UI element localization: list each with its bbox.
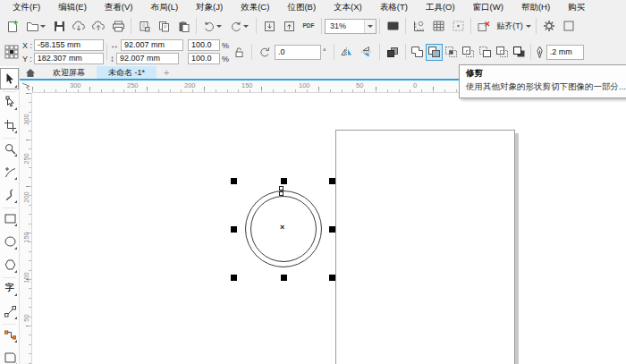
tool-ellipse[interactable] — [2, 233, 18, 250]
menu-edit[interactable]: 编辑(E) — [49, 0, 96, 14]
tool-pick[interactable] — [0, 68, 19, 89]
trim-icon — [427, 46, 441, 58]
toolbar-separator — [256, 18, 257, 34]
open-button[interactable] — [22, 16, 49, 36]
zoom-level-combo[interactable]: 31% — [325, 19, 376, 34]
zoom-tool-icon — [4, 143, 16, 155]
tool-artistic-media[interactable] — [2, 186, 18, 204]
selection-handle-top-center[interactable] — [281, 178, 287, 184]
new-tab-button[interactable]: + — [156, 66, 176, 79]
tool-rectangle[interactable] — [2, 209, 18, 227]
menu-object[interactable]: 对象(J) — [187, 0, 232, 14]
selection-handle-top-left[interactable] — [231, 178, 237, 184]
save-button[interactable] — [49, 16, 69, 36]
simplify-button[interactable] — [460, 44, 477, 61]
back-minus-front-button[interactable] — [494, 44, 511, 61]
cut-button[interactable] — [134, 16, 154, 36]
menu-effects[interactable]: 效果(C) — [232, 0, 278, 14]
show-rulers-button[interactable] — [409, 16, 428, 36]
import-icon — [264, 21, 275, 32]
export-button[interactable] — [279, 16, 299, 36]
object-height-input[interactable]: 92.007 mm — [116, 53, 179, 64]
tool-text[interactable]: 字 — [2, 279, 18, 297]
tooltip-description: 使用其他对象的形状剪切下图像的一部分... — [466, 81, 626, 93]
selection-handle-bottom-right[interactable] — [329, 275, 335, 281]
menu-layout[interactable]: 布局(L) — [141, 0, 187, 14]
tool-dimension[interactable] — [2, 302, 18, 320]
menu-buy[interactable]: 购买 — [559, 0, 594, 14]
scale-horizontal-input[interactable]: 100.0 — [188, 39, 220, 51]
menu-window[interactable]: 窗口(W) — [464, 0, 512, 14]
chevron-down-icon — [368, 25, 373, 28]
menu-view[interactable]: 查看(V) — [96, 0, 142, 14]
snap-off-button[interactable] — [474, 16, 494, 36]
shape-tool-icon — [5, 96, 15, 108]
application-launcher-button[interactable] — [559, 16, 579, 36]
order-button[interactable] — [383, 42, 402, 62]
tool-polygon[interactable] — [2, 256, 18, 274]
tool-connector[interactable] — [2, 326, 18, 343]
menu-text[interactable]: 文本(X) — [325, 0, 371, 14]
tool-interactive-fill[interactable] — [2, 349, 18, 364]
menu-file[interactable]: 文件(F) — [4, 0, 49, 14]
cloud-download-button[interactable] — [69, 16, 89, 36]
x-position-input[interactable]: -58.155 mm — [34, 39, 104, 51]
toolbar-separator — [470, 18, 471, 34]
tool-zoom[interactable] — [2, 140, 18, 157]
menu-tools[interactable]: 工具(O) — [417, 0, 464, 14]
object-position-button[interactable] — [3, 42, 21, 62]
print-icon — [112, 21, 125, 32]
menu-help[interactable]: 帮助(H) — [512, 0, 559, 14]
zoom-level-dropdown[interactable] — [364, 20, 376, 33]
tool-crop[interactable] — [2, 116, 18, 134]
paste-button[interactable] — [173, 16, 193, 36]
selection-handle-bottom-center[interactable] — [281, 275, 287, 281]
curve-node[interactable] — [279, 191, 283, 196]
y-position-input[interactable]: 182.307 mm — [34, 53, 104, 64]
tab-welcome-screen[interactable]: 欢迎屏幕 — [41, 66, 97, 79]
selection-handle-top-right[interactable] — [329, 178, 335, 184]
outline-width-input[interactable]: .2 mm — [546, 45, 584, 60]
object-width-input[interactable]: 92.007 mm — [121, 39, 183, 51]
curve-node[interactable] — [279, 186, 283, 190]
tool-freehand[interactable] — [2, 163, 18, 181]
toolbox-divider — [3, 277, 16, 278]
drawing-canvas[interactable]: × — [32, 93, 626, 364]
front-minus-back-button[interactable] — [477, 44, 494, 61]
undo-button[interactable] — [199, 16, 226, 36]
tool-shape[interactable] — [2, 93, 18, 111]
toolbar-separator — [379, 18, 380, 34]
selection-handle-mid-right[interactable] — [329, 226, 335, 233]
toolbox: 字 — [0, 66, 20, 364]
ruler-origin[interactable] — [20, 80, 32, 93]
publish-pdf-button[interactable]: PDF — [299, 16, 318, 36]
create-boundary-button[interactable] — [511, 44, 528, 61]
options-button[interactable] — [539, 16, 559, 36]
mirror-horizontal-button[interactable] — [337, 42, 357, 62]
tab-untitled-document[interactable]: 未命名 -1* — [97, 66, 156, 79]
cloud-upload-button[interactable] — [89, 16, 108, 36]
lock-ratio-button[interactable] — [229, 42, 249, 62]
show-grid-button[interactable] — [428, 16, 448, 36]
selection-handle-bottom-left[interactable] — [231, 275, 237, 281]
selection-handle-mid-left[interactable] — [231, 226, 237, 233]
print-button[interactable] — [108, 16, 128, 36]
mirror-vertical-button[interactable] — [357, 42, 376, 62]
show-guidelines-button[interactable] — [448, 16, 468, 36]
full-screen-preview-button[interactable] — [383, 16, 402, 36]
menu-table[interactable]: 表格(T) — [371, 0, 417, 14]
new-document-button[interactable] — [3, 16, 22, 36]
import-button[interactable] — [259, 16, 279, 36]
rotation-angle-input[interactable]: .0 — [275, 45, 321, 60]
redo-button[interactable] — [226, 16, 253, 36]
vertical-ruler[interactable]: 300 250 200 150 100 50 — [20, 93, 32, 364]
weld-button[interactable] — [409, 44, 426, 61]
intersect-button[interactable] — [443, 44, 460, 61]
trim-button[interactable] — [426, 44, 443, 61]
copy-button[interactable] — [154, 16, 173, 36]
home-button[interactable] — [20, 66, 41, 79]
scale-vertical-input[interactable]: 100.0 — [188, 53, 220, 64]
x-position-label: X : — [22, 41, 32, 50]
menu-bitmaps[interactable]: 位图(B) — [278, 0, 325, 14]
snap-to-button[interactable]: 贴齐(T) — [494, 16, 533, 36]
